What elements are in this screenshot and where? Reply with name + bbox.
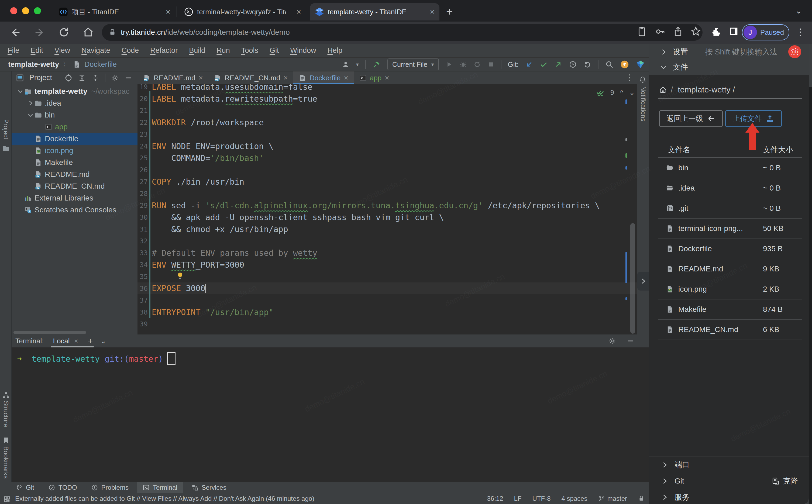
menu-help[interactable]: Help xyxy=(327,46,342,55)
menu-refactor[interactable]: Refactor xyxy=(150,46,178,55)
coverage-icon[interactable] xyxy=(473,61,481,68)
code-editor[interactable]: 19LABEL metadata.usesubdomain=false20LAB… xyxy=(137,84,637,334)
go-up-button[interactable]: 返回上一级 xyxy=(659,110,723,127)
tool-window-button-todo[interactable]: TODO xyxy=(42,482,83,493)
git-commit-check-icon[interactable] xyxy=(540,60,548,68)
panel-section-端口[interactable]: 端口 xyxy=(649,457,809,473)
gear-icon[interactable] xyxy=(111,74,119,82)
editor-tab-app[interactable]: app× xyxy=(354,71,395,84)
close-tab-icon[interactable]: × xyxy=(344,74,348,82)
forward-nav-icon[interactable] xyxy=(33,26,46,39)
debug-bug-icon[interactable] xyxy=(459,61,467,68)
prev-problem-icon[interactable]: ^ xyxy=(620,89,623,96)
git-update-icon[interactable] xyxy=(525,60,533,68)
editor-tab-readme-cn-md[interactable]: README_CN.md× xyxy=(208,71,293,84)
close-window-button[interactable] xyxy=(10,7,17,14)
build-hammer-icon[interactable] xyxy=(372,60,381,69)
file-row-readme-md[interactable]: README.md9 KB xyxy=(658,259,802,279)
menu-window[interactable]: Window xyxy=(290,46,316,55)
close-tab-icon[interactable]: × xyxy=(284,74,288,82)
close-terminal-tab-icon[interactable]: × xyxy=(74,337,78,345)
tree-item-external-libraries[interactable]: External Libraries xyxy=(12,192,137,204)
vertical-scrollbar[interactable] xyxy=(630,223,635,334)
file-row-readme-cn-md[interactable]: README_CN.md6 KB xyxy=(658,320,802,340)
menu-build[interactable]: Build xyxy=(189,46,205,55)
file-row-dockerfile[interactable]: Dockerfile935 B xyxy=(658,239,802,259)
tool-strip-project[interactable]: Project xyxy=(2,119,10,139)
close-tab-icon[interactable]: × xyxy=(430,8,435,16)
file-row-terminal-icon-png-[interactable]: terminal-icon-png...50 KB xyxy=(658,219,802,239)
user-icon[interactable] xyxy=(342,60,350,68)
lock-icon[interactable] xyxy=(638,495,645,502)
tool-window-button-terminal[interactable]: Terminal xyxy=(137,482,183,493)
settings-section-header[interactable]: 设置 按 Shift 键切换输入法 xyxy=(649,44,809,60)
files-section-header[interactable]: 文件 xyxy=(649,59,809,75)
home-icon[interactable] xyxy=(659,86,667,94)
profile-button[interactable]: J Paused xyxy=(742,24,789,40)
intention-bulb-icon[interactable] xyxy=(176,272,184,280)
minimize-window-button[interactable] xyxy=(22,7,29,14)
url-omnibox[interactable]: try.titanide.cn/ide/web/coding/template-… xyxy=(102,24,703,41)
tree-item-icon-png[interactable]: icon.png xyxy=(12,145,137,157)
horizontal-scrollbar[interactable] xyxy=(13,331,86,334)
close-tab-icon[interactable]: × xyxy=(385,74,389,82)
tree-item-makefile[interactable]: Makefile xyxy=(12,157,137,168)
browser-tab-template-wetty[interactable]: template-wetty - TitanIDE × xyxy=(310,3,439,20)
side-panel-icon[interactable] xyxy=(728,26,739,37)
new-tab-button[interactable]: + xyxy=(446,5,453,18)
hide-panel-minus-icon[interactable] xyxy=(124,74,132,82)
file-row--idea[interactable]: .idea~ 0 B xyxy=(658,178,802,198)
folder-icon[interactable] xyxy=(2,145,10,152)
key-icon[interactable] xyxy=(655,26,666,37)
ide-gem-icon[interactable] xyxy=(636,60,645,69)
bell-icon[interactable] xyxy=(639,76,646,84)
tree-item-dockerfile[interactable]: Dockerfile xyxy=(12,133,137,145)
rollback-icon[interactable] xyxy=(583,60,591,68)
tab-search-icon[interactable]: ⌄ xyxy=(795,6,802,15)
tree-item-readme-md[interactable]: README.md xyxy=(12,168,137,180)
expand-all-icon[interactable] xyxy=(78,74,86,82)
close-tab-icon[interactable]: × xyxy=(166,8,170,16)
file-row-makefile[interactable]: Makefile874 B xyxy=(658,299,802,320)
bookmark-star-icon[interactable] xyxy=(690,26,701,37)
tree-item-scratches-and-consoles[interactable]: Scratches and Consoles xyxy=(12,204,137,216)
chevron-down-icon[interactable] xyxy=(16,88,24,95)
menu-run[interactable]: Run xyxy=(216,46,230,55)
tree-item-template-wetty[interactable]: template-wetty~/workspac xyxy=(12,85,137,97)
back-nav-icon[interactable] xyxy=(9,26,22,39)
bookmark-icon[interactable] xyxy=(2,437,10,444)
reveal-panel-button[interactable] xyxy=(637,272,649,291)
home-nav-icon[interactable] xyxy=(82,26,94,39)
menu-git[interactable]: Git xyxy=(270,46,279,55)
breadcrumb-file[interactable]: Dockerfile xyxy=(84,60,117,69)
clone-button[interactable]: 克隆 xyxy=(772,476,798,486)
search-everywhere-icon[interactable] xyxy=(605,60,614,69)
browser-tab-terminal-wetty[interactable]: terminal-wetty-bwqryafz - Tita × xyxy=(179,3,306,20)
menu-view[interactable]: View xyxy=(54,46,70,55)
menu-navigate[interactable]: Navigate xyxy=(81,46,110,55)
tree-item-app[interactable]: app xyxy=(12,121,137,133)
tool-window-button-problems[interactable]: Problems xyxy=(85,482,135,493)
breadcrumb[interactable]: template-wetty 〉 Dockerfile xyxy=(8,58,117,71)
file-encoding[interactable]: UTF-8 xyxy=(532,495,551,502)
panel-section-服务[interactable]: 服务 xyxy=(649,489,809,504)
file-row-bin[interactable]: bin~ 0 B xyxy=(658,158,802,178)
history-clock-icon[interactable] xyxy=(569,60,577,68)
run-play-icon[interactable] xyxy=(445,61,453,68)
browser-tab-project[interactable]: 项目 - TitanIDE × xyxy=(54,3,175,20)
editor-tabs-more-icon[interactable]: ⋮ xyxy=(625,73,634,82)
status-message[interactable]: Externally added files can be added to G… xyxy=(15,495,314,502)
terminal-settings-gear-icon[interactable] xyxy=(608,337,616,345)
terminal-dropdown-icon[interactable]: ⌄ xyxy=(101,337,106,345)
collapse-all-icon[interactable] xyxy=(91,74,99,82)
tree-item-bin[interactable]: bin xyxy=(12,109,137,121)
indent-setting[interactable]: 4 spaces xyxy=(562,495,587,502)
tree-item--idea[interactable]: .idea xyxy=(12,97,137,109)
clipboard-icon[interactable] xyxy=(636,26,648,37)
terminal-tab-local[interactable]: Local × xyxy=(53,334,78,347)
panel-section-Git[interactable]: Git克隆 xyxy=(649,473,809,489)
structure-icon[interactable] xyxy=(2,391,10,399)
inspections-widget[interactable]: 9 ^ ⌄ xyxy=(596,88,635,97)
hide-terminal-minus-icon[interactable] xyxy=(627,337,635,345)
chevron-down-icon[interactable] xyxy=(26,112,35,119)
